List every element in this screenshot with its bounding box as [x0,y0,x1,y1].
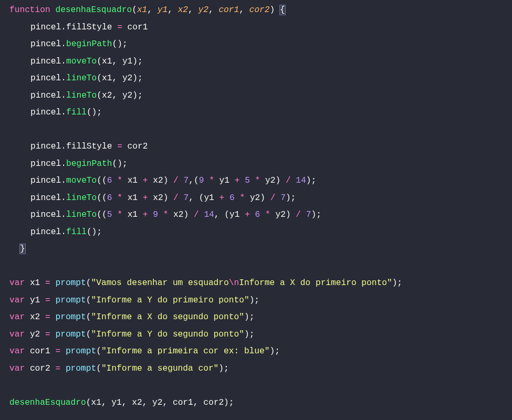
keyword-var: var [9,312,25,322]
escape: \n [229,278,239,288]
object: pincel [30,23,61,32]
string: "Informe a Y do segundo ponto" [91,330,244,339]
code-line[interactable]: pincel.lineTo((5 * x1 + 9 * x2) / 14, (y… [0,206,512,224]
code-line[interactable]: pincel.beginPath(); [0,36,512,53]
function-name: desenhaEsquadro [55,5,132,15]
method: beginPath [66,159,112,169]
code-line[interactable]: var cor2 = prompt("Informe a segunda cor… [0,360,512,377]
string: "Informe a Y do primeiro ponto" [91,296,249,305]
object: pincel [30,142,61,151]
method: lineTo [66,74,97,83]
builtin-prompt: prompt [55,296,86,305]
method: moveTo [66,176,97,185]
number: 7 [280,193,286,203]
method: lineTo [66,91,97,100]
keyword-var: var [9,296,25,305]
keyword-var: var [9,278,25,288]
number: 14 [204,210,214,219]
code-line[interactable]: } [0,240,512,258]
code-line[interactable]: pincel.fill(); [0,224,512,241]
keyword-var: var [9,330,25,339]
code-line[interactable]: pincel.beginPath(); [0,155,512,173]
number: 6 [255,210,260,219]
variable: y2 [30,330,40,339]
variable: x2 [30,312,40,322]
number: 5 [107,210,112,219]
paren-open: ( [132,5,137,15]
method: fill [66,108,87,117]
code-line[interactable]: var x1 = prompt("Vamos desenhar um esqua… [0,275,512,292]
number: 6 [229,193,235,203]
object: pincel [30,74,61,83]
variable: cor1 [128,23,148,32]
object: pincel [30,159,61,169]
string: "Vamos desenhar um esquadro [91,278,228,288]
number: 7 [184,176,189,185]
variable: cor2 [30,364,50,373]
number: 6 [107,176,112,185]
property: fillStyle [66,142,112,151]
string: Informe a X do primeiro ponto" [239,278,392,288]
code-line[interactable]: desenhaEsquadro(x1, y1, x2, y2, cor1, co… [0,394,512,412]
keyword-var: var [9,364,25,373]
code-editor[interactable]: function desenhaEsquadro(x1, y1, x2, y2,… [0,2,512,411]
number: 7 [306,210,311,219]
variable: x1 [30,278,40,288]
object: pincel [30,176,61,185]
param: cor2 [249,5,270,15]
function-call: desenhaEsquadro [9,398,86,407]
number: 5 [245,176,250,185]
method: lineTo [66,210,97,219]
object: pincel [30,57,61,66]
param: x2 [178,5,188,15]
number: 6 [107,193,112,203]
keyword-function: function [9,5,50,15]
code-line[interactable]: pincel.lineTo(x2, y2); [0,87,512,104]
object: pincel [30,227,61,237]
code-line[interactable]: var y2 = prompt("Informe a Y do segundo … [0,326,512,343]
property: fillStyle [66,23,112,32]
builtin-prompt: prompt [55,312,86,322]
method: beginPath [66,39,112,49]
code-line[interactable]: pincel.fill(); [0,104,512,121]
object: pincel [30,91,61,100]
param: y1 [158,5,168,15]
code-line[interactable]: pincel.moveTo(x1, y1); [0,53,512,70]
blank-line[interactable] [0,121,512,139]
code-line[interactable]: function desenhaEsquadro(x1, y1, x2, y2,… [0,2,512,19]
code-line[interactable]: pincel.lineTo(x1, y2); [0,70,512,87]
string: "Informe a segunda cor" [101,364,218,373]
code-line[interactable]: var cor1 = prompt("Informe a primeira co… [0,343,512,360]
number: 9 [153,210,158,219]
brace-open: { [280,5,285,15]
code-line[interactable]: pincel.moveTo((6 * x1 + x2) / 7,(9 * y1 … [0,172,512,190]
param: y2 [198,5,208,15]
blank-line[interactable] [0,377,512,394]
string: "Informe a primeira cor ex: blue" [101,346,270,356]
number: 14 [296,176,306,185]
object: pincel [30,108,61,117]
object: pincel [30,210,61,219]
code-line[interactable]: var y1 = prompt("Informe a Y do primeiro… [0,292,512,309]
builtin-prompt: prompt [66,364,96,373]
param: cor1 [218,5,239,15]
builtin-prompt: prompt [55,330,86,339]
method: fill [66,227,87,237]
method: lineTo [66,193,97,203]
object: pincel [30,39,61,49]
keyword-var: var [9,346,25,356]
blank-line[interactable] [0,258,512,275]
variable: y1 [30,296,40,305]
paren-close: ) [270,5,275,15]
code-line[interactable]: pincel.fillStyle = cor1 [0,19,512,36]
code-line[interactable]: pincel.lineTo((6 * x1 + x2) / 7, (y1 + 6… [0,190,512,207]
param: x1 [137,5,147,15]
number: 9 [199,176,204,185]
variable: cor2 [128,142,148,151]
number: 7 [184,193,189,203]
code-line[interactable]: var x2 = prompt("Informe a X do segundo … [0,309,512,326]
builtin-prompt: prompt [66,346,96,356]
object: pincel [30,193,61,203]
method: moveTo [66,57,97,66]
code-line[interactable]: pincel.fillStyle = cor2 [0,138,512,155]
